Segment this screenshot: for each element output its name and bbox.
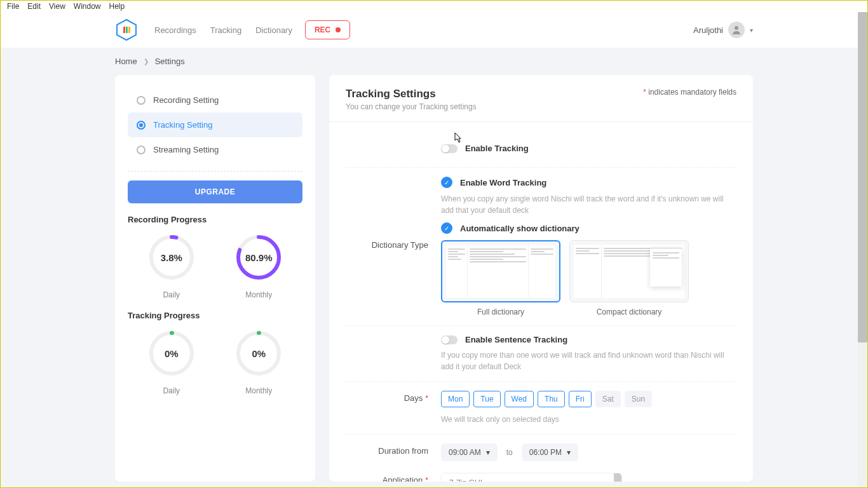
progress-label: Monthly [233, 290, 284, 299]
chevron-down-icon: ▾ [567, 448, 571, 457]
mandatory-note: * indicates mandatory fields [643, 88, 736, 97]
time-to-value: 06:00 PM [529, 448, 562, 457]
user-menu[interactable]: Aruljothi ▾ [693, 22, 753, 38]
enable-tracking-toggle[interactable] [441, 144, 458, 153]
to-label: to [506, 448, 513, 457]
recording-progress-label: Recording Progress [128, 215, 302, 224]
progress-rec-daily: 3.8% Daily [146, 232, 197, 299]
day-tue[interactable]: Tue [473, 391, 500, 407]
enable-word-tracking-checkbox[interactable]: ✓ [441, 177, 452, 188]
chevron-down-icon: ▾ [750, 27, 753, 34]
nav-tracking[interactable]: Tracking [210, 25, 241, 35]
record-button[interactable]: REC [305, 20, 350, 39]
svg-rect-1 [123, 27, 125, 33]
auto-dictionary-label: Automatically show dictionary [460, 224, 580, 233]
progress-track-daily: 0% Daily [146, 328, 197, 395]
breadcrumb: Home ❯ Settings [1, 48, 867, 75]
breadcrumb-home[interactable]: Home [115, 57, 137, 66]
upgrade-button[interactable]: UPGRADE [128, 180, 302, 203]
sidebar-item-label: Tracking Setting [153, 120, 212, 130]
menu-help[interactable]: Help [106, 2, 128, 11]
enable-tracking-label: Enable Tracking [465, 144, 529, 153]
enable-word-tracking-label: Enable Word Tracking [460, 178, 546, 187]
chevron-down-icon: ▾ [486, 448, 490, 457]
sidebar-item-streaming[interactable]: Streaming Setting [128, 137, 302, 162]
day-thu[interactable]: Thu [538, 391, 565, 407]
scrollbar-thumb[interactable] [858, 12, 867, 342]
dictionary-option-full[interactable]: Full dictionary [441, 240, 560, 316]
nav-dictionary[interactable]: Dictionary [255, 25, 292, 35]
menu-edit[interactable]: Edit [24, 2, 44, 11]
sidebar-item-tracking[interactable]: Tracking Setting [128, 112, 302, 137]
menu-file[interactable]: File [4, 2, 22, 11]
dictionary-option-compact[interactable]: Compact dictionary [569, 240, 689, 316]
application-label: Application * [346, 473, 428, 482]
svg-rect-2 [126, 27, 128, 33]
avatar-icon [728, 22, 745, 38]
main-panel: Tracking Settings You can change your Tr… [329, 75, 753, 482]
record-dot-icon [336, 27, 341, 32]
days-label: Days * [346, 391, 428, 403]
progress-value: 80.9% [245, 252, 273, 263]
navbar: Recordings Tracking Dictionary REC Arulj… [1, 12, 867, 48]
duration-label: Duration from [346, 444, 428, 456]
day-sat[interactable]: Sat [595, 391, 621, 407]
sidebar-item-label: Streaming Setting [153, 145, 219, 154]
menubar: File Edit View Window Help [1, 1, 867, 12]
menu-view[interactable]: View [46, 2, 69, 11]
radio-icon [137, 146, 146, 154]
chevron-right-icon: ❯ [144, 58, 149, 65]
progress-label: Daily [146, 290, 197, 299]
sidebar-item-recording[interactable]: Recording Setting [128, 88, 302, 112]
progress-label: Daily [146, 386, 197, 395]
panel-subtitle: You can change your Tracking settings [346, 102, 477, 111]
progress-rec-monthly: 80.9% Monthly [233, 232, 284, 299]
nav-recordings[interactable]: Recordings [154, 25, 196, 35]
days-selector: Mon Tue Wed Thu Fri Sat Sun [441, 391, 736, 407]
time-from-value: 09:00 AM [449, 448, 481, 457]
panel-title: Tracking Settings [346, 88, 477, 100]
svg-point-4 [735, 26, 738, 30]
record-label: REC [315, 25, 330, 34]
days-help: We will track only on selected days [441, 414, 736, 425]
page-scrollbar[interactable] [858, 12, 867, 487]
enable-sentence-toggle[interactable] [441, 336, 458, 344]
app-logo[interactable] [115, 18, 138, 41]
progress-value: 3.8% [161, 252, 182, 263]
menu-window[interactable]: Window [71, 2, 104, 11]
svg-rect-3 [128, 27, 130, 33]
sentence-help: If you copy more than one word we will t… [441, 349, 736, 372]
progress-value: 0% [165, 348, 179, 359]
radio-icon [137, 96, 146, 105]
app-item[interactable]: 7-Zip GUI [442, 473, 621, 482]
day-wed[interactable]: Wed [505, 391, 534, 407]
enable-sentence-label: Enable Sentence Tracking [465, 335, 567, 344]
dictionary-option-label: Compact dictionary [569, 308, 689, 316]
progress-track-monthly: 0% Monthly [233, 328, 284, 395]
dictionary-type-label: Dictionary Type [346, 177, 428, 250]
sidebar-item-label: Recording Setting [153, 95, 219, 105]
nav-links: Recordings Tracking Dictionary [154, 25, 292, 35]
time-to-select[interactable]: 06:00 PM ▾ [522, 444, 578, 461]
dictionary-option-label: Full dictionary [441, 308, 560, 316]
day-sun[interactable]: Sun [625, 391, 652, 407]
word-tracking-help: When you copy any single word Nischi wil… [441, 193, 736, 216]
day-mon[interactable]: Mon [441, 391, 470, 407]
progress-label: Monthly [233, 386, 284, 395]
application-list[interactable]: 7-Zip GUI Advanced System Settings Appli… [441, 473, 622, 482]
day-fri[interactable]: Fri [569, 391, 592, 407]
radio-icon [137, 121, 146, 130]
breadcrumb-current: Settings [155, 57, 185, 66]
tracking-progress-label: Tracking Progress [128, 311, 302, 320]
auto-dictionary-checkbox[interactable]: ✓ [441, 222, 452, 234]
time-from-select[interactable]: 09:00 AM ▾ [441, 444, 498, 461]
settings-sidebar: Recording Setting Tracking Setting Strea… [115, 75, 315, 482]
progress-value: 0% [252, 348, 266, 359]
user-name: Aruljothi [693, 25, 723, 35]
app-list-scrollbar[interactable] [614, 473, 621, 482]
